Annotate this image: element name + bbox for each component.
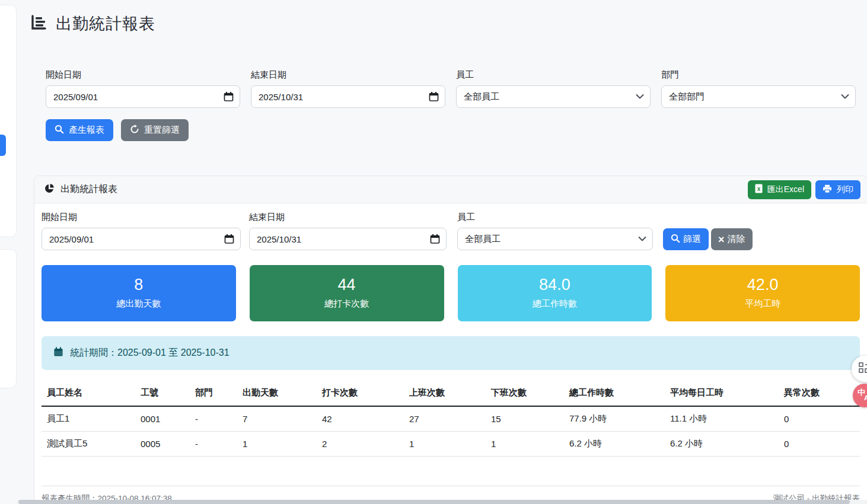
stat-label: 總工作時數 xyxy=(533,298,577,310)
filter-button[interactable]: 篩選 xyxy=(663,228,709,250)
page-title-row: 出勤統計報表 xyxy=(30,13,155,34)
stat-value: 44 xyxy=(338,277,356,293)
inner-end-date-input[interactable] xyxy=(249,228,447,250)
col-department: 部門 xyxy=(190,379,237,406)
cell-avg-daily-hours: 11.1 小時 xyxy=(665,406,779,432)
generate-report-button[interactable]: 產生報表 xyxy=(46,119,113,141)
col-total-hours: 總工作時數 xyxy=(564,379,665,406)
end-date-input[interactable] xyxy=(251,85,445,108)
reset-filter-button[interactable]: 重置篩選 xyxy=(121,119,189,141)
inner-employee-field: 員工 全部員工 xyxy=(457,212,653,250)
cell-punch-count: 2 xyxy=(317,432,404,457)
bar-chart-icon xyxy=(30,14,47,34)
left-panel-fragment-bottom xyxy=(0,249,17,388)
cell-punch-count: 42 xyxy=(317,406,404,432)
col-punch-count: 打卡次數 xyxy=(317,379,404,406)
calendar-picker-icon[interactable] xyxy=(430,234,440,244)
horizontal-scrollbar-track[interactable] xyxy=(17,500,867,504)
col-avg-daily-hours: 平均每日工時 xyxy=(665,379,779,406)
page-title: 出勤統計報表 xyxy=(56,13,155,34)
cell-total-hours: 77.9 小時 xyxy=(564,406,665,432)
col-attendance-days: 出勤天數 xyxy=(237,379,317,406)
cell-avg-daily-hours: 6.2 小時 xyxy=(665,432,779,457)
table-row: 員工1 0001 - 7 42 27 15 77.9 小時 11.1 小時 0 xyxy=(42,406,860,432)
cell-attendance-days: 7 xyxy=(237,406,317,432)
cell-employee-name: 測試員工5 xyxy=(42,432,135,457)
inner-start-date-input[interactable] xyxy=(42,228,241,250)
department-field: 部門 全部部門 xyxy=(661,69,856,108)
print-button[interactable]: 列印 xyxy=(815,180,860,199)
start-date-field: 開始日期 xyxy=(46,69,240,108)
chevron-down-icon xyxy=(841,94,849,100)
search-icon xyxy=(671,234,680,245)
top-filter-buttons: 產生報表 重置篩選 xyxy=(46,119,189,141)
col-clockin-count: 上班次數 xyxy=(404,379,486,406)
table-row: 測試員工5 0005 - 1 2 1 1 6.2 小時 6.2 小時 0 xyxy=(42,432,860,457)
inner-end-date-field: 結束日期 xyxy=(249,212,447,250)
report-card-header: 出勤統計報表 x 匯出Excel xyxy=(34,176,867,203)
cell-employee-id: 0001 xyxy=(135,406,190,432)
cell-employee-id: 0005 xyxy=(135,432,190,457)
col-employee-name: 員工姓名 xyxy=(42,379,135,406)
inner-start-date-field: 開始日期 xyxy=(42,212,241,250)
stat-card-average-hours: 42.0 平均工時 xyxy=(665,265,860,321)
excel-file-icon: x xyxy=(755,184,763,195)
report-card-title: 出勤統計報表 xyxy=(60,183,117,196)
chevron-down-icon xyxy=(636,94,644,100)
stat-value: 8 xyxy=(134,277,143,293)
calendar-picker-icon[interactable] xyxy=(224,234,234,244)
cell-total-hours: 6.2 小時 xyxy=(564,432,665,457)
calendar-icon xyxy=(53,347,63,359)
calendar-picker-icon[interactable] xyxy=(429,92,439,102)
cell-anomaly-count: 0 xyxy=(779,406,860,432)
end-date-label: 結束日期 xyxy=(251,69,445,81)
stat-card-total-hours: 84.0 總工作時數 xyxy=(458,265,652,321)
report-card: 出勤統計報表 x 匯出Excel xyxy=(34,176,867,504)
stat-cards-row: 8 總出勤天數 44 總打卡次數 84.0 總工作時數 42.0 平均工時 xyxy=(42,265,860,321)
start-date-input[interactable] xyxy=(46,85,240,108)
period-info-text: 統計期間：2025-09-01 至 2025-10-31 xyxy=(70,347,230,359)
left-panel-blue-button-fragment[interactable] xyxy=(0,135,6,156)
inner-filter-row: 開始日期 結束日期 xyxy=(42,212,860,250)
col-employee-id: 工號 xyxy=(135,379,190,406)
top-filter-row: 開始日期 結束日期 xyxy=(46,69,856,108)
period-info-bar: 統計期間：2025-09-01 至 2025-10-31 xyxy=(42,336,860,370)
left-panel-fragment-top xyxy=(0,5,17,237)
inner-filter-buttons: 篩選 × 清除 xyxy=(663,228,753,250)
svg-text:x: x xyxy=(757,186,760,192)
stat-card-total-days: 8 總出勤天數 xyxy=(42,265,236,321)
col-anomaly-count: 異常次數 xyxy=(779,379,860,406)
cell-clockout-count: 15 xyxy=(486,406,564,432)
chevron-down-icon xyxy=(638,237,646,242)
stat-label: 總出勤天數 xyxy=(116,298,161,310)
inner-employee-select[interactable]: 全部員工 xyxy=(457,228,653,250)
employee-select[interactable]: 全部員工 xyxy=(456,85,651,108)
cell-employee-name: 員工1 xyxy=(42,406,135,432)
horizontal-scrollbar-thumb[interactable] xyxy=(18,500,850,504)
clear-button[interactable]: × 清除 xyxy=(711,228,753,250)
x-icon: × xyxy=(718,234,725,245)
cell-clockout-count: 1 xyxy=(486,432,564,457)
cell-clockin-count: 27 xyxy=(404,406,486,432)
end-date-field: 結束日期 xyxy=(251,69,445,108)
department-label: 部門 xyxy=(661,69,856,81)
table-header-row: 員工姓名 工號 部門 出勤天數 打卡次數 上班次數 下班次數 總工作時數 平均每… xyxy=(42,379,860,406)
inner-employee-label: 員工 xyxy=(457,212,653,223)
layout-widget-icon xyxy=(859,362,867,375)
inner-end-date-label: 結束日期 xyxy=(249,212,447,223)
refresh-icon xyxy=(130,125,139,136)
export-excel-button[interactable]: x 匯出Excel xyxy=(748,180,811,199)
attendance-table: 員工姓名 工號 部門 出勤天數 打卡次數 上班次數 下班次數 總工作時數 平均每… xyxy=(42,379,860,457)
printer-icon xyxy=(823,184,832,195)
inner-start-date-label: 開始日期 xyxy=(42,212,241,223)
translate-en-glyph: A xyxy=(864,394,867,401)
stat-label: 總打卡次數 xyxy=(324,298,369,310)
cell-department: - xyxy=(190,432,237,457)
stat-card-total-punches: 44 總打卡次數 xyxy=(250,265,444,321)
calendar-picker-icon[interactable] xyxy=(224,92,234,102)
col-clockout-count: 下班次數 xyxy=(486,379,564,406)
stat-label: 平均工時 xyxy=(745,298,780,310)
pie-chart-icon xyxy=(44,183,55,196)
report-card-body: 開始日期 結束日期 xyxy=(34,203,867,457)
department-select[interactable]: 全部部門 xyxy=(661,85,856,108)
